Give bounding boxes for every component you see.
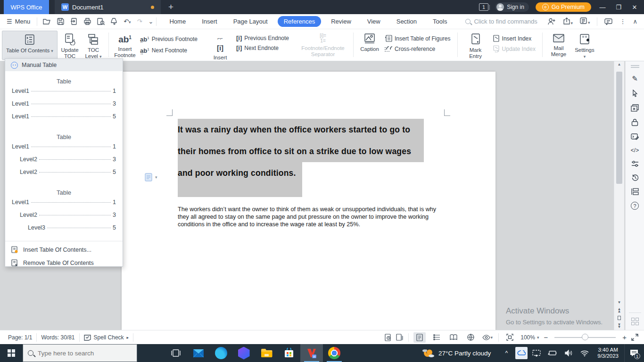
- scroll-down-icon[interactable]: ▼: [618, 300, 621, 304]
- document-tab[interactable]: W Document1: [55, 0, 161, 14]
- fit-page-button[interactable]: [504, 332, 516, 343]
- zoom-out-button[interactable]: −: [544, 333, 548, 341]
- outline-view-button[interactable]: [430, 332, 443, 343]
- select-browse-object-icon[interactable]: [618, 316, 621, 320]
- manual-table-item[interactable]: Manual Table: [5, 59, 123, 71]
- go-premium-button[interactable]: ♔ Go Premium: [536, 2, 591, 12]
- select-cursor-icon[interactable]: [631, 90, 639, 98]
- task-view-button[interactable]: [165, 344, 187, 362]
- restore-button[interactable]: ❐: [614, 4, 623, 11]
- remove-table-of-contents-item[interactable]: Remove Table Of Contents: [5, 256, 123, 270]
- code-icon[interactable]: </>: [631, 147, 639, 154]
- kebab-menu-icon[interactable]: ⋮: [619, 18, 626, 25]
- tab-section[interactable]: Section: [390, 16, 423, 27]
- web-layout-view-button[interactable]: [464, 332, 477, 343]
- print-layout-view-button[interactable]: [413, 332, 426, 343]
- close-button[interactable]: ✕: [630, 4, 639, 11]
- tab-home[interactable]: Home: [163, 16, 192, 27]
- zoom-slider[interactable]: [554, 337, 616, 338]
- update-toc-button[interactable]: UpdateTOC: [58, 31, 82, 61]
- close-window-icon[interactable]: [631, 104, 639, 112]
- format-painter-icon[interactable]: [111, 18, 117, 25]
- previous-footnote-button[interactable]: ab1← Previous Footnote: [140, 35, 198, 43]
- file-explorer-button[interactable]: [255, 344, 278, 362]
- mail-app-button[interactable]: [187, 344, 210, 362]
- onedrive-icon[interactable]: [515, 347, 528, 359]
- insert-footnote-button[interactable]: ab1 InsertFootnote: [113, 31, 137, 60]
- notes-icon[interactable]: ▾: [580, 17, 590, 25]
- save-icon[interactable]: [57, 18, 64, 25]
- tab-tools[interactable]: Tools: [427, 16, 453, 27]
- share-icon[interactable]: ▾: [563, 17, 573, 26]
- toc-preview-3[interactable]: Table Level11 Level23 Level35: [5, 182, 123, 238]
- window-list-button[interactable]: 1: [479, 3, 488, 11]
- command-search[interactable]: Click to find commands: [465, 18, 537, 25]
- next-endnote-button[interactable]: [i]→ Next Endnote: [236, 45, 289, 51]
- new-tab-button[interactable]: +: [168, 2, 173, 12]
- mark-entry-button[interactable]: Mark Entry: [462, 31, 490, 61]
- vertical-scrollbar[interactable]: ▲ ▼ ▲▲ ▼▼: [614, 61, 624, 330]
- task-window-icon[interactable]: [384, 334, 391, 341]
- insert-table-of-figures-button[interactable]: Insert Table of Figures: [385, 35, 451, 42]
- wifi-icon[interactable]: [578, 350, 592, 356]
- zoom-slider-knob[interactable]: [582, 334, 588, 340]
- toc-level-button[interactable]: TOCLevel ▾: [82, 31, 105, 61]
- side-by-side-icon[interactable]: [396, 334, 404, 341]
- navigation-pane-icon[interactable]: [631, 188, 639, 195]
- toolbar-more-icon[interactable]: ⌄: [149, 18, 154, 25]
- comment-icon[interactable]: [604, 18, 612, 25]
- volume-icon[interactable]: [561, 350, 576, 356]
- ink-pen-icon[interactable]: ✎: [632, 74, 638, 83]
- tray-chevron-icon[interactable]: ^: [499, 350, 513, 356]
- scrollbar-thumb[interactable]: [616, 72, 622, 184]
- spell-check-button[interactable]: Spell Check ▸: [80, 334, 133, 341]
- collapse-ribbon-icon[interactable]: ∧: [633, 18, 637, 25]
- battery-icon[interactable]: [545, 350, 560, 356]
- zoom-in-button[interactable]: +: [622, 333, 627, 341]
- taskbar-search-input[interactable]: [38, 350, 123, 357]
- lock-icon[interactable]: [631, 118, 638, 126]
- edit-field-icon[interactable]: [631, 133, 639, 140]
- chrome-browser-button[interactable]: [323, 344, 346, 362]
- page-indicator[interactable]: Page: 1/1: [4, 334, 36, 341]
- app-grid-icon[interactable]: [631, 318, 639, 325]
- main-menu-button[interactable]: ☰ Menu: [0, 18, 37, 25]
- taskbar-clock[interactable]: 3:40 AM 9/3/2023: [594, 347, 622, 359]
- eye-protect-button[interactable]: ▾: [481, 332, 494, 343]
- update-index-button[interactable]: Update Index: [493, 45, 536, 52]
- document-page[interactable]: ▾ It was a rainy day when the office wor…: [122, 72, 495, 330]
- print-preview-icon[interactable]: [97, 18, 105, 25]
- history-icon[interactable]: [631, 174, 639, 181]
- tab-insert[interactable]: Insert: [196, 16, 223, 27]
- help-icon[interactable]: ?: [631, 202, 639, 210]
- microsoft-store-button[interactable]: [278, 344, 300, 362]
- word-count[interactable]: Words: 30/81: [37, 334, 79, 341]
- caption-button[interactable]: Caption: [357, 31, 382, 54]
- minimize-button[interactable]: —: [598, 4, 607, 11]
- selected-text-block[interactable]: It was a rainy day when the office worke…: [178, 119, 424, 197]
- export-pdf-icon[interactable]: [70, 18, 78, 25]
- edge-browser-button[interactable]: [210, 344, 232, 362]
- next-page-icon[interactable]: ▼▼: [618, 323, 621, 328]
- zoom-level[interactable]: 100%▾: [520, 334, 539, 341]
- adjust-sliders-icon[interactable]: [631, 160, 639, 167]
- fullscreen-icon[interactable]: [631, 334, 638, 341]
- previous-endnote-button[interactable]: [i]← Previous Endnote: [236, 35, 289, 41]
- insert-index-button[interactable]: Insert Index: [493, 35, 536, 42]
- weather-widget[interactable]: 27°C Partly cloudy: [421, 348, 497, 358]
- tab-view[interactable]: View: [361, 16, 387, 27]
- open-file-icon[interactable]: [43, 18, 51, 25]
- share-user-icon[interactable]: [548, 18, 556, 25]
- redo-icon[interactable]: ↷: [137, 18, 142, 25]
- office-hub-button[interactable]: [232, 344, 255, 362]
- print-icon[interactable]: [84, 18, 91, 25]
- toc-float-button[interactable]: ▾: [144, 173, 157, 182]
- previous-page-icon[interactable]: ▲▲: [618, 308, 621, 313]
- footnote-endnote-separator-button[interactable]: [i]=1= Footnote/EndnoteSeparator: [297, 31, 349, 59]
- body-paragraph[interactable]: The workers didn’t want the owner to thi…: [178, 206, 436, 228]
- sidebar-drag-handle[interactable]: [631, 65, 639, 68]
- toc-preview-2[interactable]: Table Level11 Level23 Level25: [5, 127, 123, 182]
- next-footnote-button[interactable]: ab1→ Next Footnote: [140, 46, 198, 54]
- cross-reference-button[interactable]: Cross-reference: [385, 45, 451, 52]
- mail-merge-button[interactable]: MailMerge: [546, 31, 571, 59]
